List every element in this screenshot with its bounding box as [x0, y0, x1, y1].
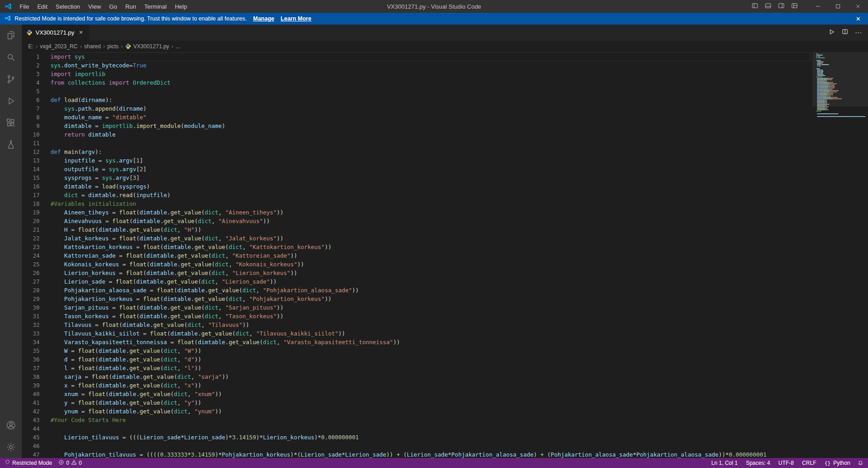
code-line[interactable]: Lierion_tilavuus = (((Lierion_sade*Lieri… [51, 433, 811, 442]
line-number[interactable]: 39 [22, 381, 40, 390]
customize-layout-icon[interactable] [791, 2, 798, 10]
code-line[interactable]: import importlib [51, 70, 811, 78]
code-line[interactable]: Pohjakartion_alaosa_sade = float(dimtabl… [51, 286, 811, 295]
line-number[interactable]: 16 [22, 182, 40, 191]
menu-run[interactable]: Run [121, 0, 140, 13]
code-line[interactable]: Aineen_tiheys = float(dimtable.get_value… [51, 208, 811, 217]
line-number[interactable]: 12 [22, 148, 40, 156]
menu-file[interactable]: File [15, 0, 33, 13]
line-number[interactable]: 43 [22, 416, 40, 424]
breadcrumb-item[interactable]: VX3001271.py [133, 43, 169, 50]
line-number[interactable]: 5 [22, 87, 40, 96]
code-line[interactable] [51, 87, 811, 96]
status-language-mode[interactable]: {}Python [824, 460, 850, 466]
line-number[interactable]: 26 [22, 269, 40, 277]
line-number[interactable]: 29 [22, 295, 40, 303]
code-line[interactable]: sys.dont_write_bytecode=True [51, 61, 811, 70]
tab-close-icon[interactable]: ✕ [77, 29, 84, 36]
line-number[interactable]: 6 [22, 96, 40, 104]
line-number[interactable]: 33 [22, 329, 40, 338]
minimize-button[interactable] [808, 0, 828, 13]
line-number[interactable]: 4 [22, 78, 40, 87]
code-line[interactable]: Varasto_kapasiteetti_tonneissa = float(d… [51, 338, 811, 346]
code-line[interactable]: xnum = float(dimtable.get_value(dict, "x… [51, 390, 811, 398]
line-number[interactable]: 22 [22, 234, 40, 243]
line-number[interactable]: 25 [22, 260, 40, 269]
line-number[interactable]: 2 [22, 61, 40, 70]
code-line[interactable]: Lierion_sade = float(dimtable.get_value(… [51, 277, 811, 286]
search-icon[interactable] [0, 46, 22, 68]
status-encoding[interactable]: UTF-8 [778, 460, 794, 466]
line-number[interactable]: 13 [22, 156, 40, 165]
code-line[interactable]: x = float(dimtable.get_value(dict, "x")) [51, 381, 811, 390]
code-line[interactable]: Pohjakartion_korkeus = float(dimtable.ge… [51, 295, 811, 303]
code-line[interactable]: def main(argv): [51, 148, 811, 156]
code-line[interactable]: import sys [51, 52, 811, 61]
line-number[interactable]: 34 [22, 338, 40, 346]
code-line[interactable]: dict = dimtable.read(inputfile) [51, 191, 811, 199]
line-number[interactable]: 24 [22, 251, 40, 260]
code-line[interactable]: Kattoreian_sade = float(dimtable.get_val… [51, 251, 811, 260]
code-line[interactable]: Kattokartion_korkeus = float(dimtable.ge… [51, 243, 811, 251]
line-number[interactable]: 40 [22, 390, 40, 398]
run-file-icon[interactable] [828, 28, 835, 37]
code-line[interactable] [51, 442, 811, 450]
breadcrumb-item[interactable]: ... [176, 43, 180, 50]
code-line[interactable]: Tilavuus_kaikki_siilot = float(dimtable.… [51, 329, 811, 338]
menu-selection[interactable]: Selection [51, 0, 84, 13]
line-number[interactable]: 38 [22, 372, 40, 381]
line-number[interactable]: 1 [22, 52, 40, 61]
code-line[interactable]: ynum = float(dimtable.get_value(dict, "y… [51, 407, 811, 416]
tab-vx3001271[interactable]: VX3001271.py ✕ [22, 25, 90, 41]
code-line[interactable]: d = float(dimtable.get_value(dict, "d")) [51, 355, 811, 364]
breadcrumb-item[interactable]: vxg4_2023_RC [40, 43, 78, 50]
split-editor-icon[interactable] [842, 28, 848, 37]
line-number[interactable]: 17 [22, 191, 40, 199]
line-number[interactable]: 46 [22, 442, 40, 450]
line-number[interactable]: 28 [22, 286, 40, 295]
status-eol[interactable]: CRLF [802, 460, 816, 466]
line-number[interactable]: 21 [22, 225, 40, 234]
code-line[interactable]: Lierion_korkeus = float(dimtable.get_val… [51, 269, 811, 277]
line-number[interactable]: 18 [22, 199, 40, 208]
code-line[interactable]: Jalat_korkeus = float(dimtable.get_value… [51, 234, 811, 243]
source-control-icon[interactable] [0, 68, 22, 90]
line-number[interactable]: 36 [22, 355, 40, 364]
restricted-mode-status[interactable]: Restricted Mode [5, 459, 52, 467]
line-number[interactable]: 14 [22, 165, 40, 173]
code-line[interactable]: from collections import OrderedDict [51, 78, 811, 87]
line-number[interactable]: 32 [22, 320, 40, 329]
line-number[interactable]: 30 [22, 303, 40, 312]
line-number[interactable]: 41 [22, 398, 40, 407]
line-number[interactable]: 35 [22, 346, 40, 355]
line-number[interactable]: 27 [22, 277, 40, 286]
menu-help[interactable]: Help [171, 0, 191, 13]
menu-terminal[interactable]: Terminal [140, 0, 171, 13]
code-line[interactable]: dimtable = importlib.import_module(modul… [51, 122, 811, 130]
code-line[interactable]: def load(dirname): [51, 96, 811, 104]
code-line[interactable] [51, 139, 811, 148]
menu-go[interactable]: Go [105, 0, 121, 13]
toggle-secondary-sidebar-icon[interactable] [778, 2, 785, 10]
line-number[interactable]: 23 [22, 243, 40, 251]
code-line[interactable]: Tason_korkeus = float(dimtable.get_value… [51, 312, 811, 320]
extensions-icon[interactable] [0, 112, 22, 134]
maximize-button[interactable] [828, 0, 848, 13]
explorer-icon[interactable] [0, 25, 22, 46]
accounts-icon[interactable] [0, 414, 22, 436]
code-line[interactable]: sysprogs = sys.argv[3] [51, 173, 811, 182]
code-line[interactable]: #Your Code Starts Here [51, 416, 811, 424]
toggle-panel-icon[interactable] [765, 2, 772, 10]
code-line[interactable]: Kokonais_korkeus = float(dimtable.get_va… [51, 260, 811, 269]
line-number[interactable]: 37 [22, 364, 40, 372]
code-line[interactable]: #Variables initialization [51, 199, 811, 208]
code-line[interactable]: outputfile = sys.argv[2] [51, 165, 811, 173]
menu-edit[interactable]: Edit [33, 0, 51, 13]
line-number[interactable]: 31 [22, 312, 40, 320]
settings-gear-icon[interactable] [0, 436, 22, 458]
line-number[interactable]: 42 [22, 407, 40, 416]
code-line[interactable] [51, 424, 811, 433]
menu-view[interactable]: View [84, 0, 105, 13]
learn-more-link[interactable]: Learn More [281, 15, 311, 22]
code-line[interactable]: return dimtable [51, 130, 811, 139]
